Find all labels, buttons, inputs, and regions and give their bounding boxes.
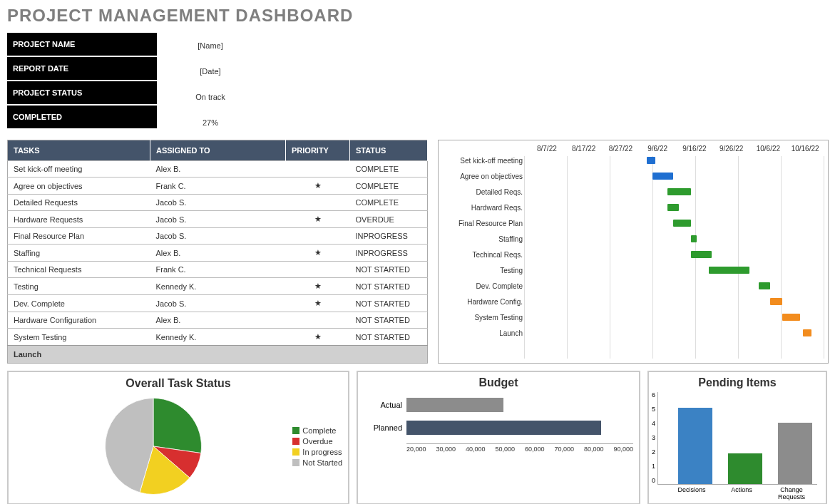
gantt-bar <box>709 267 750 274</box>
cell-task: Set kick-off meeting <box>8 161 150 178</box>
cell-task: Dev. Complete <box>8 295 150 312</box>
cell-assigned: Frank C. <box>150 262 286 278</box>
cell-task: Technical Requests <box>8 262 150 278</box>
gantt-bar <box>782 314 800 321</box>
axis-tick: 80,000 <box>584 446 604 453</box>
table-row[interactable]: Hardware Configuration Alex B. NOT START… <box>8 312 428 329</box>
gantt-bar <box>759 282 771 289</box>
meta-value-status: On track <box>157 84 264 110</box>
table-row[interactable]: Technical Requests Frank C. NOT STARTED <box>8 262 428 278</box>
cell-task: Final Resource Plan <box>8 228 150 245</box>
gantt-row: Set kick-off meeting <box>443 153 824 168</box>
gantt-label: Set kick-off meeting <box>443 157 528 165</box>
gantt-row: Hardward Reqs. <box>443 200 824 215</box>
table-row[interactable]: Dev. Complete Jacob S. ★ NOT STARTED <box>8 295 428 312</box>
legend-item: Complete <box>292 426 342 435</box>
legend-item: Overdue <box>292 437 342 446</box>
cell-status: COMPLETE <box>350 195 428 211</box>
cell-priority <box>286 228 350 245</box>
gantt-label: Agree on objectives <box>443 173 528 180</box>
table-row[interactable]: Detailed Requests Jacob S. COMPLETE <box>8 195 428 211</box>
meta-value-date: [Date] <box>157 58 264 84</box>
axis-tick: 6 <box>645 392 655 398</box>
gantt-label: Final Resource Plan <box>443 220 528 227</box>
cell-task: Hardware Requests <box>8 211 150 228</box>
cell-assigned: Kennedy K. <box>150 278 286 295</box>
gantt-bar <box>667 188 691 195</box>
table-row[interactable]: Final Resource Plan Jacob S. INPROGRESS <box>8 228 428 245</box>
gantt-date: 8/17/22 <box>565 145 603 153</box>
cell-task: Agree on objectives <box>8 178 150 195</box>
cell-priority <box>286 262 350 278</box>
cell-status: OVERDUE <box>350 211 428 228</box>
cell-assigned: Alex B. <box>150 312 286 329</box>
axis-tick: 1 <box>645 463 655 470</box>
table-row[interactable]: Agree on objectives Frank C. ★ COMPLETE <box>8 178 428 195</box>
axis-tick: 50,000 <box>495 446 515 453</box>
gantt-row: System Testing <box>443 309 824 325</box>
axis-tick: 2 <box>645 449 655 456</box>
gantt-row: Testing <box>443 262 824 278</box>
th-task: TASKS <box>8 140 150 161</box>
cell-assigned: Frank C. <box>150 178 286 195</box>
budget-bar-row: Actual <box>364 398 633 412</box>
gantt-label: Testing <box>443 267 528 274</box>
budget-panel: Budget ActualPlanned 20,00030,00040,0005… <box>357 371 640 504</box>
budget-title: Budget <box>364 376 633 389</box>
gantt-bar <box>673 220 691 227</box>
pending-bar <box>678 408 712 485</box>
gantt-label: Launch <box>443 329 528 337</box>
axis-tick: 5 <box>645 406 655 413</box>
table-row[interactable]: Hardware Requests Jacob S. ★ OVERDUE <box>8 211 428 228</box>
legend-swatch <box>292 438 299 445</box>
gantt-label: Dev. Complete <box>443 282 528 290</box>
th-status: STATUS <box>350 140 428 161</box>
cell-assigned: Alex B. <box>150 161 286 178</box>
gantt-row: Final Resource Plan <box>443 215 824 231</box>
cell-priority: ★ <box>286 245 350 262</box>
cell-assigned: Jacob S. <box>150 195 286 211</box>
cell-priority <box>286 161 350 178</box>
gantt-chart: 8/7/228/17/228/27/229/6/229/16/229/26/22… <box>438 140 829 364</box>
gantt-date: 9/16/22 <box>676 145 713 153</box>
legend-label: Not Started <box>302 458 342 467</box>
gantt-date: 10/6/22 <box>750 145 787 153</box>
pending-bar <box>778 423 812 484</box>
table-row[interactable]: Staffing Alex B. ★ INPROGRESS <box>8 245 428 262</box>
cell-assigned: Jacob S. <box>150 295 286 312</box>
cell-assigned: Kennedy K. <box>150 329 286 346</box>
table-row[interactable]: Set kick-off meeting Alex B. COMPLETE <box>8 161 428 178</box>
gantt-label: Techincal Reqs. <box>443 251 528 259</box>
th-assigned: ASSIGNED TO <box>150 140 286 161</box>
budget-bar-label: Actual <box>364 401 406 409</box>
table-row[interactable]: System Testing Kennedy K. ★ NOT STARTED <box>8 329 428 346</box>
legend-label: Overdue <box>302 437 332 446</box>
budget-bar-label: Planned <box>364 423 406 432</box>
budget-bar <box>406 398 503 412</box>
legend-swatch <box>292 448 299 456</box>
cell-priority: ★ <box>286 329 350 346</box>
gantt-bar <box>667 204 680 211</box>
gantt-date: 9/6/22 <box>639 145 676 153</box>
gantt-date: 8/7/22 <box>528 145 565 153</box>
budget-bar <box>406 421 601 435</box>
cell-task: System Testing <box>8 329 150 346</box>
meta-label-completed: COMPLETED <box>7 106 157 130</box>
axis-label: Actions <box>724 486 759 500</box>
gantt-row: Hardware Config. <box>443 294 824 309</box>
cell-status: COMPLETE <box>350 178 428 195</box>
axis-tick: 0 <box>645 478 655 484</box>
gantt-bar <box>691 235 697 242</box>
axis-tick: 40,000 <box>466 446 486 453</box>
legend-swatch <box>292 427 299 434</box>
task-footer: Launch <box>8 346 428 364</box>
pending-panel: Pending Items 0123456 DecisionsActionsCh… <box>647 371 827 504</box>
cell-task: Hardware Configuration <box>8 312 150 329</box>
legend-swatch <box>292 459 299 466</box>
project-meta: PROJECT NAME REPORT DATE PROJECT STATUS … <box>7 33 833 135</box>
gantt-row: Launch <box>443 325 824 341</box>
cell-priority <box>286 195 350 211</box>
table-row[interactable]: Testing Kennedy K. ★ NOT STARTED <box>8 278 428 295</box>
axis-tick: 30,000 <box>436 446 456 453</box>
cell-status: NOT STARTED <box>350 262 428 278</box>
